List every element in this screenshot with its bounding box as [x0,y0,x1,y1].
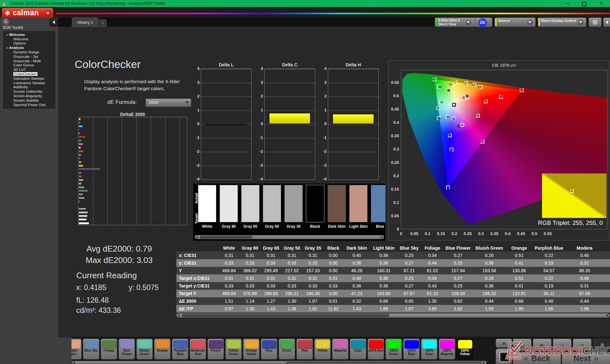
table-cell: 0.33 [219,259,240,267]
calman-menu-chevron[interactable] [44,10,51,17]
sidebar-item-color-gamut[interactable]: Color Gamut [3,63,56,68]
scroll-right-icon[interactable] [483,361,485,364]
sidebar-collapse-button[interactable] [50,18,58,26]
deltae-bar-blue-flower [78,186,85,189]
patch-button-magenta[interactable]: Magenta [332,339,349,360]
sidebar-item-grayscale-multi[interactable]: Grayscale - Multi [3,59,56,63]
tab-add-button[interactable]: + [99,19,107,27]
sidebar-item-label: Additivity [13,85,28,89]
table-scrollbar[interactable] [176,313,610,318]
deltae-bar-red [78,150,84,153]
deltae-bar-moderate-red [78,172,82,174]
select-chevron-icon [186,102,189,104]
patch-button-blue[interactable]: Blue [261,339,277,360]
cie-measured-marker-green [438,85,441,88]
minimize-button[interactable] [565,3,569,4]
swatch-scrollbar-thumb[interactable] [200,236,253,239]
patch-button-yellow-green[interactable]: Yellow Green [225,339,242,360]
status-orb[interactable] [3,18,10,25]
patch-scrollbar[interactable] [71,361,487,364]
patch-button-100-yellow[interactable]: 100% Yellow [457,339,473,360]
sidebar-item-screen-stability[interactable]: Screen Stability [3,98,56,103]
sidebar-item-colorchecker[interactable]: ColorChecker [3,72,56,76]
scroll-left-icon[interactable] [196,236,198,239]
patch-button-foliage[interactable]: Foliage [101,339,117,360]
sidebar-item-spectral-power-dist-[interactable]: Spectral Power Dist. [3,103,56,107]
table-cell: 0.26 [473,252,506,259]
patch-button-100-magenta[interactable]: 100% Magenta [439,339,455,360]
meter-dropdown[interactable]: X-Rite i1Pro 2 Direct View [435,18,474,27]
sidebar-item-label: Color Gamut [13,63,34,67]
patch-scrollbar-thumb[interactable] [286,361,482,363]
display-control-dropdown[interactable]: Direct Display Control [538,17,586,27]
patch-button-100-cyan[interactable]: 100% Cyan [421,339,437,360]
table-cell: 230.21 [281,290,302,297]
meter-dropdown-chevron[interactable] [465,19,471,25]
patch-button-blue-sky[interactable]: Blue Sky [83,339,99,360]
tab-history[interactable]: History 1 [72,17,98,27]
sidebar-item-screen-angularity[interactable]: Screen Angularity [3,94,56,98]
table-cell: 0.41 [506,282,532,290]
gridline [328,138,378,138]
patch-button-100-green[interactable]: 100% Green [385,339,402,360]
patch-label: Purple [208,349,223,352]
patch-label: 100% Yellow [457,349,472,356]
cie-measured-marker-orange [478,86,481,89]
patch-button-moderate-red[interactable]: Moderate Red [190,339,206,360]
app-window: { "window": {"title": "Calman 2025 Calma… [0,0,610,364]
sidebar-group-welcome[interactable]: ◢Welcome [3,32,56,37]
display-dropdown-chevron[interactable] [578,19,584,25]
patch-button-blue-flower[interactable]: Blue Flower [119,339,135,360]
table-cell: 0.34 [421,252,444,259]
axis-tick-label: 1 [256,108,263,112]
sidebar-item-additivity[interactable]: Additivity [3,85,56,90]
source-dropdown-chevron[interactable] [527,19,533,25]
table-cell: 0.44 [421,259,444,267]
patch-button-bluish-green[interactable]: Bluish Green [136,339,153,360]
patch-button-purple[interactable]: Purple [207,339,224,360]
patch-button-orange-yellow[interactable]: Orange Yellow [243,339,260,360]
sidebar-item-label: Luminance Sweeps [13,81,45,85]
table-cell: 0.36 [370,259,397,267]
table-cell: 1.07 [397,305,421,313]
restore-button[interactable] [582,2,586,6]
patch-button-light-skin[interactable]: Light Skin [71,339,82,360]
patch-button-cyan[interactable]: Cyan [350,339,366,360]
patch-button-orange[interactable]: Orange [154,339,171,360]
scroll-left-icon[interactable] [178,314,180,317]
scroll-right-icon[interactable] [607,314,608,317]
sidebar-item-saturation-sweeps[interactable]: Saturation Sweeps [3,76,56,81]
settings-button[interactable] [588,17,602,27]
sidebar-item-3d-lut[interactable]: 3D LUT [3,67,56,72]
de-formula-select[interactable]: 2000 [146,98,191,107]
source-dropdown[interactable]: Source [494,17,536,27]
patch-button-red[interactable]: Red [296,339,313,360]
sidebar-item-screen-uniformity[interactable]: Screen Uniformity [3,89,56,94]
panel-collapse-button[interactable] [603,17,610,27]
patch-color-chip [351,340,366,349]
patch-button-green[interactable]: Green [279,339,295,360]
scroll-left-icon[interactable] [73,361,75,364]
table-scrollbar-thumb[interactable] [182,314,390,317]
meter-badge[interactable]: 232 [478,18,487,27]
sidebar-item-options[interactable]: Options [3,41,56,46]
patch-button-100-blue[interactable]: 100% Blue [403,339,420,360]
sidebar-item-grayscale-2pt[interactable]: Grayscale - 2pt [3,54,56,59]
patch-button-yellow[interactable]: Yellow [314,339,331,360]
sidebar-item-welcome[interactable]: Welcome [3,37,56,41]
close-button[interactable]: ✕ [599,1,603,6]
scroll-right-icon[interactable] [381,236,383,239]
gridline [201,138,251,138]
sidebar-item-dynamic-range[interactable]: Dynamic Range [3,50,56,54]
patch-button-purplish-blue[interactable]: Purplish Blue [172,339,188,360]
sidebar-group-analysis[interactable]: ◢Analysis [3,45,56,50]
patch-color-chip [404,340,419,349]
sidebar-item-luminance-sweeps[interactable]: Luminance Sweeps [3,81,56,85]
calman-menu-button[interactable]: ◈ calman [2,8,53,18]
table-column-header-modera: Modera [566,245,604,252]
table-cell: 0.00 [323,267,343,274]
deltae-bar-foliage [78,190,88,192]
swatch-scrollbar[interactable] [194,235,384,239]
patch-label: Blue Flower [119,349,134,356]
patch-button-100-red[interactable]: 100% Red [368,339,384,360]
